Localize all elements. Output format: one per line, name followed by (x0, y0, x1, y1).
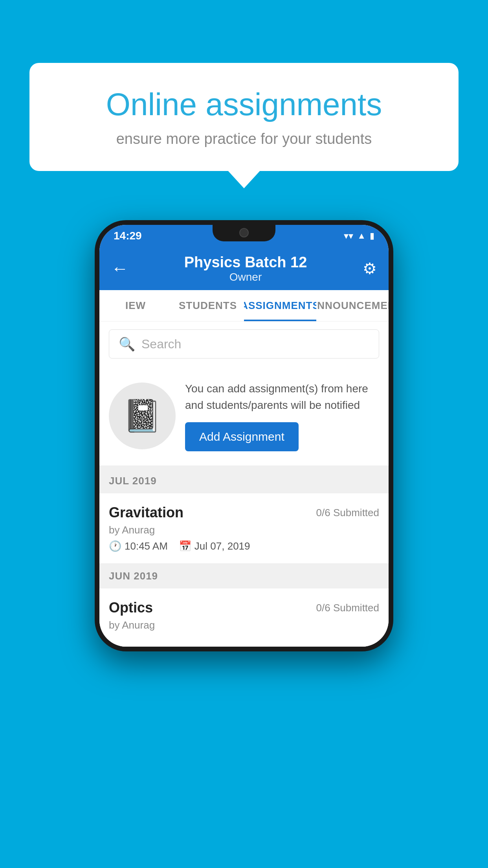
assignment-submitted-optics: 0/6 Submitted (316, 602, 379, 614)
speech-bubble-subtitle: ensure more practice for your students (57, 131, 431, 147)
assignment-item-gravitation[interactable]: Gravitation 0/6 Submitted by Anurag 🕐 10… (99, 493, 389, 564)
tabs-bar: IEW STUDENTS ASSIGNMENTS ANNOUNCEMEN (99, 290, 389, 322)
assignment-row1-optics: Optics 0/6 Submitted (109, 600, 379, 616)
tab-announcements[interactable]: ANNOUNCEMEN (316, 290, 389, 321)
assignment-time-gravitation: 🕐 10:45 AM (109, 540, 168, 552)
phone-device: 14:29 ▾▾ ▲ ▮ ← Physics Batch 12 Owner ⚙ (95, 220, 393, 651)
assignment-by-optics: by Anurag (109, 619, 379, 631)
promo-text: You can add assignment(s) from here and … (185, 381, 379, 414)
status-time: 14:29 (114, 230, 142, 242)
signal-icon: ▲ (357, 231, 366, 241)
clock-icon: 🕐 (109, 540, 121, 552)
tab-iew[interactable]: IEW (99, 290, 172, 321)
assignment-row1: Gravitation 0/6 Submitted (109, 504, 379, 521)
search-icon: 🔍 (119, 336, 135, 352)
battery-icon: ▮ (370, 231, 374, 241)
app-bar-title: Physics Batch 12 (128, 254, 363, 271)
phone-screen: 14:29 ▾▾ ▲ ▮ ← Physics Batch 12 Owner ⚙ (99, 225, 389, 647)
assignment-by-gravitation: by Anurag (109, 524, 379, 536)
assignment-title-gravitation: Gravitation (109, 504, 183, 521)
search-box[interactable]: 🔍 Search (109, 329, 379, 359)
phone-camera (239, 228, 249, 237)
assignment-item-optics[interactable]: Optics 0/6 Submitted by Anurag (99, 588, 389, 647)
back-button[interactable]: ← (111, 259, 128, 278)
phone-notch (213, 225, 275, 241)
app-bar-title-section: Physics Batch 12 Owner (128, 254, 363, 283)
add-assignment-button[interactable]: Add Assignment (185, 422, 299, 451)
assignment-title-optics: Optics (109, 600, 153, 616)
search-placeholder: Search (141, 337, 181, 351)
speech-bubble: Online assignments ensure more practice … (29, 63, 459, 171)
promo-content: You can add assignment(s) from here and … (185, 381, 379, 451)
assignment-submitted-gravitation: 0/6 Submitted (316, 507, 379, 519)
search-container: 🔍 Search (99, 322, 389, 366)
assignment-date-gravitation: 📅 Jul 07, 2019 (179, 540, 250, 552)
speech-bubble-title: Online assignments (57, 86, 431, 123)
wifi-icon: ▾▾ (344, 230, 353, 241)
phone-outer: 14:29 ▾▾ ▲ ▮ ← Physics Batch 12 Owner ⚙ (95, 220, 393, 651)
notebook-icon: 📓 (123, 397, 162, 434)
section-header-jun: JUN 2019 (99, 564, 389, 588)
settings-icon[interactable]: ⚙ (363, 259, 377, 278)
speech-bubble-container: Online assignments ensure more practice … (29, 63, 459, 171)
promo-icon-circle: 📓 (109, 383, 176, 449)
tab-assignments[interactable]: ASSIGNMENTS (244, 290, 316, 321)
app-bar: ← Physics Batch 12 Owner ⚙ (99, 247, 389, 290)
assignment-meta-gravitation: 🕐 10:45 AM 📅 Jul 07, 2019 (109, 540, 379, 552)
promo-section: 📓 You can add assignment(s) from here an… (99, 366, 389, 469)
calendar-icon: 📅 (179, 540, 191, 552)
tab-students[interactable]: STUDENTS (172, 290, 244, 321)
section-header-jul: JUL 2019 (99, 469, 389, 493)
app-bar-subtitle: Owner (128, 271, 363, 283)
status-icons: ▾▾ ▲ ▮ (344, 230, 374, 241)
